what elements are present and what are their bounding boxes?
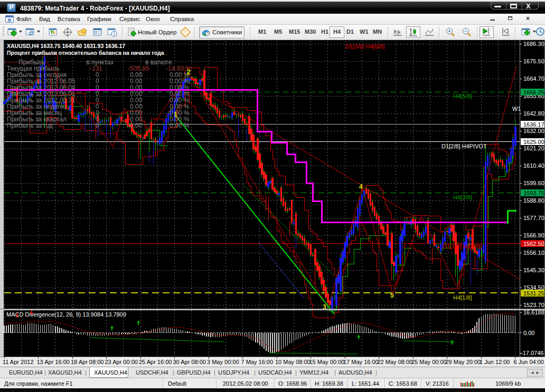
svg-text:30 Apr 08:00: 30 Apr 08:00 <box>173 359 206 365</box>
svg-text:1531.25: 1531.25 <box>523 290 544 297</box>
svg-text:D1[1/8] H4[2/8]: D1[1/8] H4[2/8] <box>443 243 482 250</box>
svg-text:4: 4 <box>359 183 363 190</box>
svg-text:13 Apr 16:00: 13 Apr 16:00 <box>37 359 70 365</box>
svg-text:29 May 20:00: 29 May 20:00 <box>446 359 481 365</box>
svg-text:25 Apr 16:00: 25 Apr 16:00 <box>139 359 172 365</box>
svg-text:18 Apr 08:00: 18 Apr 08:00 <box>71 359 104 365</box>
svg-text:25 May 00:00: 25 May 00:00 <box>411 359 447 365</box>
svg-text:!: ! <box>184 29 186 35</box>
svg-text:0.00: 0.00 <box>523 330 534 336</box>
svg-text:6 Jun 04:00: 6 Jun 04:00 <box>514 359 544 365</box>
svg-text:3 May 00:00: 3 May 00:00 <box>207 359 239 365</box>
svg-text:D1[3/8] H4[6/8]: D1[3/8] H4[6/8] <box>345 43 384 50</box>
svg-text:1656.25: 1656.25 <box>523 89 544 95</box>
svg-text:1562.50: 1562.50 <box>523 241 544 247</box>
svg-text:1621.20: 1621.20 <box>523 145 544 151</box>
svg-text:Процент прибыли относительно б: Процент прибыли относительно баланса на … <box>7 50 164 56</box>
svg-text:1566.90: 1566.90 <box>523 232 544 238</box>
svg-text:23 Apr 00:00: 23 Apr 00:00 <box>105 359 138 365</box>
svg-text:1577.70: 1577.70 <box>523 215 544 221</box>
svg-text:-17.0746: -17.0746 <box>521 350 543 356</box>
svg-text:Прибыль за год: Прибыль за год <box>7 122 53 129</box>
svg-text:5: 5 <box>390 292 394 299</box>
svg-text:1625.00: 1625.00 <box>523 139 544 145</box>
svg-text:1599.60: 1599.60 <box>523 180 544 186</box>
svg-text:XAUUSD,H4 1633.75 1640.40 163: XAUUSD,H4 1633.75 1640.40 1631.93 1636.1… <box>7 43 125 49</box>
svg-text:1664.70: 1664.70 <box>523 75 544 82</box>
svg-text:1636.17: 1636.17 <box>523 121 544 128</box>
svg-text:16.6188: 16.6188 <box>523 309 544 315</box>
svg-text:1: 1 <box>174 111 177 118</box>
svg-text:H4[5/8]: H4[5/8] <box>453 93 472 99</box>
svg-text:2: 2 <box>187 69 191 76</box>
svg-text:D1[2/8] H4PIVOT: D1[2/8] H4PIVOT <box>441 143 487 149</box>
svg-text:0: 0 <box>96 122 99 129</box>
svg-text:17 May 16:00: 17 May 16:00 <box>343 359 379 365</box>
svg-text:MACD Divergence(12, 26, 9) 13.: MACD Divergence(12, 26, 9) 13.9084 13.78… <box>6 311 126 318</box>
svg-text:1642.80: 1642.80 <box>523 110 544 117</box>
svg-text:0.00: 0.00 <box>130 122 143 129</box>
svg-text:1588.80: 1588.80 <box>523 197 544 204</box>
svg-text:1556.10: 1556.10 <box>523 250 544 256</box>
svg-text:0.00 %: 0.00 % <box>170 122 190 129</box>
svg-text:1545.30: 1545.30 <box>523 267 544 273</box>
svg-text:22 May 08:00: 22 May 08:00 <box>378 359 413 365</box>
svg-text:11 Apr 2012: 11 Apr 2012 <box>3 359 34 365</box>
svg-text:1686.30: 1686.30 <box>523 41 544 47</box>
svg-text:H4[1/8]: H4[1/8] <box>453 294 472 301</box>
svg-text:15 May 00:00: 15 May 00:00 <box>309 359 345 365</box>
svg-text:H4[3/8]: H4[3/8] <box>453 194 472 200</box>
svg-text:1632.00: 1632.00 <box>523 128 544 134</box>
svg-text:1593.75: 1593.75 <box>523 190 544 196</box>
svg-text:1610.40: 1610.40 <box>523 162 544 169</box>
svg-text:1675.50: 1675.50 <box>523 58 544 64</box>
svg-text:7 May 16:00: 7 May 16:00 <box>241 359 274 365</box>
svg-text:10 May 08:00: 10 May 08:00 <box>275 359 311 365</box>
svg-text:1 Jun 12:00: 1 Jun 12:00 <box>480 359 510 365</box>
svg-text:1523.70: 1523.70 <box>523 302 544 308</box>
